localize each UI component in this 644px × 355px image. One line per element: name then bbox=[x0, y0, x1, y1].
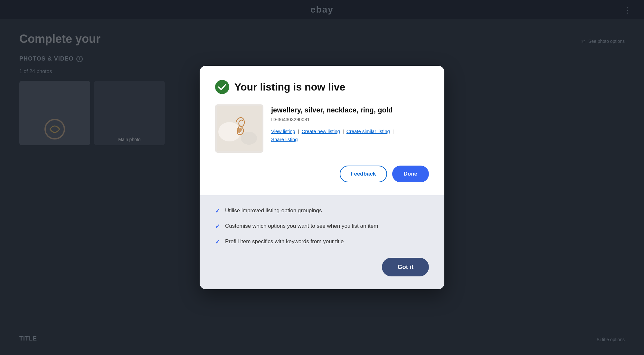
link-sep-3: | bbox=[393, 129, 394, 134]
feature-text-1: Utilise improved listing-option grouping… bbox=[225, 207, 322, 215]
listing-links-row2: Share listing bbox=[271, 137, 429, 142]
feature-list: ✓ Utilise improved listing-option groupi… bbox=[215, 207, 429, 246]
check-icon-3: ✓ bbox=[215, 238, 220, 246]
create-similar-listing-link[interactable]: Create similar listing bbox=[346, 129, 390, 134]
feedback-button[interactable]: Feedback bbox=[340, 166, 387, 182]
modal-title: Your listing is now live bbox=[234, 81, 345, 93]
listing-info: jewellery, silver, necklace, ring, gold … bbox=[271, 104, 429, 153]
modal-bottom-actions: Got it bbox=[215, 258, 429, 276]
success-check-icon bbox=[215, 80, 229, 94]
feature-text-2: Customise which options you want to see … bbox=[225, 222, 378, 230]
create-new-listing-link[interactable]: Create new listing bbox=[302, 129, 340, 134]
modal-bottom-section: ✓ Utilise improved listing-option groupi… bbox=[200, 195, 444, 290]
modal-top-section: Your listing is now live bbox=[200, 66, 444, 195]
modal-overlay: Your listing is now live bbox=[0, 0, 644, 355]
feature-item-3: ✓ Prefill item specifics with keywords f… bbox=[215, 238, 429, 246]
listing-id: ID-364303290081 bbox=[271, 117, 429, 122]
done-button[interactable]: Done bbox=[392, 166, 429, 182]
listing-links-row1: View listing | Create new listing | Crea… bbox=[271, 129, 429, 134]
listing-card: jewellery, silver, necklace, ring, gold … bbox=[215, 104, 429, 153]
listing-title: jewellery, silver, necklace, ring, gold bbox=[271, 106, 429, 115]
feature-item-1: ✓ Utilise improved listing-option groupi… bbox=[215, 207, 429, 215]
check-icon-2: ✓ bbox=[215, 223, 220, 231]
check-icon-1: ✓ bbox=[215, 207, 220, 215]
got-it-button[interactable]: Got it bbox=[382, 258, 429, 276]
listing-image bbox=[215, 104, 263, 153]
listing-live-modal: Your listing is now live bbox=[200, 66, 444, 290]
svg-point-4 bbox=[241, 132, 257, 145]
link-sep-1: | bbox=[298, 129, 299, 134]
feature-text-3: Prefill item specifics with keywords fro… bbox=[225, 238, 344, 245]
feature-item-2: ✓ Customise which options you want to se… bbox=[215, 222, 429, 231]
svg-point-1 bbox=[215, 80, 229, 94]
share-listing-link[interactable]: Share listing bbox=[271, 137, 298, 142]
link-sep-2: | bbox=[343, 129, 344, 134]
view-listing-link[interactable]: View listing bbox=[271, 129, 295, 134]
modal-actions: Feedback Done bbox=[215, 166, 429, 182]
modal-title-row: Your listing is now live bbox=[215, 80, 429, 94]
